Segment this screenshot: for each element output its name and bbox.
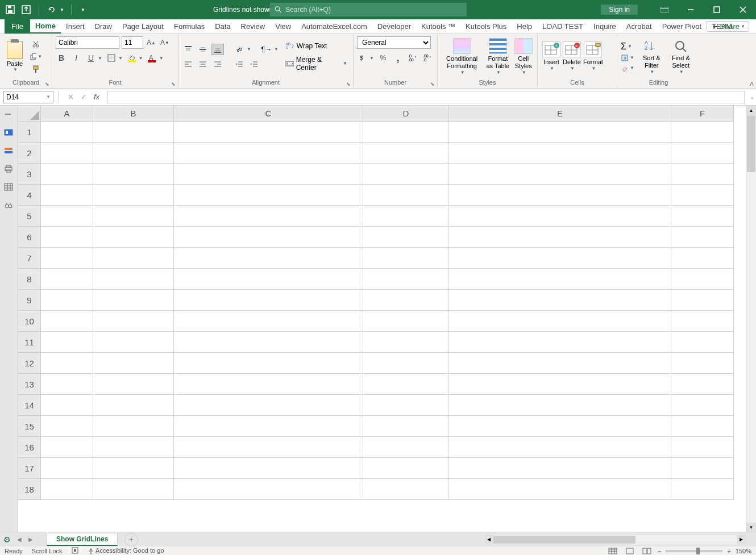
cell[interactable] [449, 122, 671, 143]
tab-automate[interactable]: AutomateExcel.com [296, 19, 372, 34]
cell[interactable] [41, 185, 93, 206]
undo-icon[interactable] [46, 4, 57, 15]
row-header[interactable]: 12 [18, 353, 41, 374]
cell[interactable] [93, 416, 174, 437]
find-select-button[interactable]: Find & Select▼ [666, 37, 696, 76]
cell[interactable] [174, 143, 363, 164]
cell[interactable] [671, 290, 734, 311]
cell[interactable] [449, 269, 671, 290]
new-sheet-button[interactable]: + [124, 533, 138, 546]
fx-icon[interactable]: fx [94, 93, 99, 101]
row-header[interactable]: 1 [18, 122, 41, 143]
cell[interactable] [363, 164, 449, 185]
cell[interactable] [174, 185, 363, 206]
delete-cells-button[interactable]: × Delete▼ [562, 40, 582, 73]
cell[interactable] [363, 206, 449, 227]
align-top-icon[interactable] [182, 44, 194, 55]
underline-button[interactable]: U [85, 52, 97, 64]
format-as-table-button[interactable]: Format as Table▼ [483, 37, 513, 77]
minimize-icon[interactable] [678, 0, 704, 19]
cell[interactable] [93, 332, 174, 353]
column-header[interactable]: E [449, 106, 671, 122]
conditional-formatting-button[interactable]: Conditional Formatting▼ [441, 37, 483, 77]
gear-icon[interactable]: ⚙ [0, 535, 14, 544]
scroll-up-button[interactable]: ▲ [746, 106, 756, 115]
italic-button[interactable]: I [70, 52, 82, 64]
cut-icon[interactable] [30, 39, 42, 49]
cell[interactable] [93, 269, 174, 290]
cell[interactable] [174, 332, 363, 353]
cell[interactable] [41, 248, 93, 269]
tab-powerpivot[interactable]: Power Pivot [657, 19, 707, 34]
rail-collapse-icon[interactable] [4, 110, 14, 120]
tab-data[interactable]: Data [210, 19, 235, 34]
align-center-icon[interactable] [197, 59, 209, 70]
row-header[interactable]: 11 [18, 332, 41, 353]
zoom-in-button[interactable]: + [727, 548, 730, 554]
cell[interactable] [41, 269, 93, 290]
merge-center-button[interactable]: Merge & Center ▼ [283, 55, 350, 73]
tab-file[interactable]: File [5, 19, 30, 34]
row-header[interactable]: 6 [18, 227, 41, 248]
copy-icon[interactable]: ▼ [30, 52, 42, 62]
fill-button[interactable]: ▼ [621, 54, 634, 62]
font-color-button[interactable]: A [147, 52, 158, 64]
save-icon[interactable] [5, 4, 16, 15]
tab-loadtest[interactable]: LOAD TEST [537, 19, 588, 34]
tab-pagelayout[interactable]: Page Layout [117, 19, 169, 34]
cell[interactable] [363, 311, 449, 332]
zoom-level[interactable]: 150% [736, 548, 751, 554]
row-header[interactable]: 5 [18, 206, 41, 227]
share-button[interactable]: Share ▼ [707, 21, 749, 32]
cell[interactable] [449, 164, 671, 185]
cell[interactable] [93, 311, 174, 332]
cell[interactable] [174, 479, 363, 500]
scroll-right-button[interactable]: ▶ [737, 535, 746, 544]
scroll-down-button[interactable]: ▼ [746, 523, 756, 532]
undo-dropdown[interactable]: ▼ [60, 7, 64, 12]
orientation-icon[interactable]: ab [233, 44, 246, 55]
cell[interactable] [41, 437, 93, 458]
cell[interactable] [174, 122, 363, 143]
cell[interactable] [174, 206, 363, 227]
column-header[interactable]: B [93, 106, 174, 122]
borders-dropdown[interactable]: ▼ [118, 56, 123, 61]
cell[interactable] [363, 416, 449, 437]
clear-button[interactable]: ▼ [621, 64, 634, 72]
name-box[interactable]: D14 ▼ [3, 91, 53, 103]
rail-card-icon[interactable] [4, 128, 14, 139]
align-bottom-icon[interactable] [211, 44, 224, 55]
cell[interactable] [363, 395, 449, 416]
cell[interactable] [671, 227, 734, 248]
cell[interactable] [363, 143, 449, 164]
cell[interactable] [671, 416, 734, 437]
insert-cells-button[interactable]: + Insert▼ [541, 40, 562, 73]
cell[interactable] [449, 206, 671, 227]
row-header[interactable]: 15 [18, 416, 41, 437]
close-icon[interactable] [730, 0, 756, 19]
cell[interactable] [93, 290, 174, 311]
sheet-nav-next[interactable]: ▶ [28, 536, 38, 543]
scroll-left-button[interactable]: ◀ [484, 535, 493, 544]
cell[interactable] [363, 479, 449, 500]
cell[interactable] [449, 416, 671, 437]
accounting-format-icon[interactable]: $ [357, 52, 368, 64]
cell[interactable] [93, 479, 174, 500]
align-middle-icon[interactable] [197, 44, 209, 55]
cell[interactable] [671, 185, 734, 206]
cell[interactable] [363, 374, 449, 395]
increase-indent-icon[interactable] [248, 59, 260, 70]
tab-review[interactable]: Review [236, 19, 271, 34]
rail-grid-icon[interactable] [4, 183, 14, 193]
cell[interactable] [449, 458, 671, 479]
row-header[interactable]: 9 [18, 290, 41, 311]
cell[interactable] [671, 437, 734, 458]
horizontal-scroll-thumb[interactable] [493, 536, 635, 544]
font-size-input[interactable] [122, 36, 143, 49]
sheet-tab-active[interactable]: Show GridLines [47, 533, 118, 546]
cell[interactable] [174, 227, 363, 248]
cell[interactable] [363, 269, 449, 290]
cancel-formula-icon[interactable]: ✕ [68, 93, 74, 101]
cell[interactable] [671, 269, 734, 290]
select-all-corner[interactable] [18, 106, 41, 122]
